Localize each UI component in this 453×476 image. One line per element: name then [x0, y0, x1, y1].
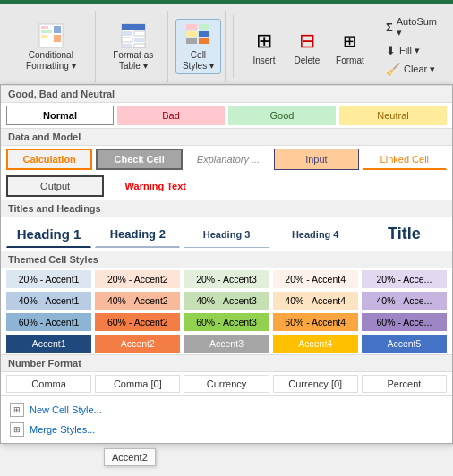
new-cell-style-link[interactable]: ⊞ New Cell Style...	[8, 400, 445, 420]
new-cell-style-icon: ⊞	[10, 403, 24, 417]
conditional-formatting-group: Conditional Formatting ▾	[7, 11, 96, 82]
svg-rect-16	[186, 31, 197, 37]
cell-styles-icon	[184, 21, 212, 50]
themed-header: Themed Cell Styles	[1, 251, 452, 268]
accent2-tooltip: Accent2	[104, 448, 156, 466]
accent1-40-style[interactable]: 40% - Accent1	[6, 292, 91, 310]
accent2-style[interactable]: Accent2	[95, 335, 180, 353]
number-format-row: Comma Comma [0] Currency Currency [0] Pe…	[1, 372, 452, 395]
accent2-20-style[interactable]: 20% - Accent2	[95, 270, 180, 288]
accent3-40-style[interactable]: 40% - Accent3	[184, 292, 269, 310]
cell-styles-label: Cell Styles ▾	[182, 50, 215, 72]
delete-label: Delete	[294, 55, 320, 66]
merge-styles-link[interactable]: ⊞ Merge Styles...	[8, 420, 445, 439]
format-button[interactable]: ⊞ Format	[330, 25, 370, 68]
accent5-40-style[interactable]: 40% - Acce...	[362, 292, 447, 310]
clear-label: Clear ▾	[404, 64, 435, 75]
accent2-60-style[interactable]: 60% - Accent2	[95, 313, 180, 331]
cell-styles-dropdown: Good, Bad and Neutral Normal Bad Good Ne…	[0, 84, 453, 444]
fill-icon: ⬇	[386, 44, 396, 57]
insert-delete-format-group: ⊞ Insert ⊟ Delete ⊞ Format	[241, 11, 373, 82]
svg-rect-15	[199, 24, 209, 30]
svg-rect-7	[122, 24, 145, 30]
accent3-style[interactable]: Accent3	[184, 335, 269, 353]
accent1-60-style[interactable]: 60% - Accent1	[6, 313, 91, 331]
right-group: Σ AutoSum ▾ ⬇ Fill ▾ 🧹 Clear ▾	[377, 14, 446, 78]
accent4-20-style[interactable]: 20% - Accent4	[273, 270, 358, 288]
empty-space	[207, 175, 447, 197]
svg-rect-2	[41, 30, 52, 33]
clear-button[interactable]: 🧹 Clear ▾	[380, 61, 442, 78]
calculation-style[interactable]: Calculation	[6, 149, 92, 170]
comma0-style[interactable]: Comma [0]	[95, 375, 180, 393]
svg-rect-3	[41, 35, 47, 38]
format-icon: ⊞	[336, 27, 364, 55]
format-as-table-button[interactable]: Format as Table ▾	[103, 20, 164, 73]
insert-label: Insert	[252, 55, 275, 66]
format-as-table-label: Format as Table ▾	[108, 50, 158, 72]
conditional-formatting-button[interactable]: Conditional Formatting ▾	[11, 20, 91, 73]
svg-rect-1	[41, 26, 48, 29]
insert-button[interactable]: ⊞ Insert	[244, 25, 284, 68]
accent5-60-style[interactable]: 60% - Acce...	[362, 313, 447, 331]
heading3-style[interactable]: Heading 3	[184, 220, 269, 248]
accent5-style[interactable]: Accent5	[362, 335, 447, 353]
accent3-20-style[interactable]: 20% - Accent3	[184, 270, 269, 288]
neutral-style[interactable]: Neutral	[339, 106, 447, 125]
cell-styles-button[interactable]: Cell Styles ▾	[175, 19, 221, 74]
accent4-60-style[interactable]: 60% - Accent4	[273, 313, 358, 331]
fill-button[interactable]: ⬇ Fill ▾	[380, 42, 442, 59]
accent1-20-style[interactable]: 20% - Accent1	[6, 270, 91, 288]
accent5-20-style[interactable]: 20% - Acce...	[362, 270, 447, 288]
accent4-40-style[interactable]: 40% - Accent4	[273, 292, 358, 310]
data-model-header: Data and Model	[1, 128, 452, 146]
heading1-style[interactable]: Heading 1	[6, 220, 91, 248]
autosum-icon: Σ	[386, 21, 393, 34]
check-cell-style[interactable]: Check Cell	[96, 149, 182, 170]
svg-rect-4	[54, 26, 61, 33]
currency0-style[interactable]: Currency [0]	[273, 375, 358, 393]
merge-styles-label: Merge Styles...	[30, 424, 95, 435]
input-style[interactable]: Input	[274, 149, 358, 170]
conditional-formatting-icon	[37, 21, 65, 50]
titles-headings-row: Heading 1 Heading 2 Heading 3 Heading 4 …	[1, 217, 452, 251]
accent2-40-style[interactable]: 40% - Accent2	[95, 292, 180, 310]
clear-icon: 🧹	[386, 63, 400, 76]
fill-label: Fill ▾	[399, 45, 420, 56]
normal-style[interactable]: Normal	[6, 106, 114, 125]
good-style[interactable]: Good	[228, 106, 336, 125]
insert-icon: ⊞	[250, 27, 278, 55]
svg-rect-14	[186, 24, 197, 30]
delete-icon: ⊟	[293, 27, 321, 55]
heading2-style[interactable]: Heading 2	[95, 220, 180, 248]
percent-style[interactable]: Percent	[362, 375, 447, 393]
svg-rect-18	[186, 38, 197, 44]
toolbar: Conditional Formatting ▾ Format as Table…	[0, 4, 453, 89]
cell-styles-group: Cell Styles ▾	[172, 11, 226, 82]
new-cell-style-label: New Cell Style...	[30, 404, 102, 415]
comma-style[interactable]: Comma	[6, 375, 91, 393]
svg-rect-17	[199, 31, 209, 37]
data-model-row1: Calculation Check Cell Explanatory ... I…	[1, 146, 452, 173]
output-style[interactable]: Output	[6, 175, 104, 197]
bad-style[interactable]: Bad	[117, 106, 225, 125]
explanatory-style[interactable]: Explanatory ...	[186, 149, 270, 170]
currency-style[interactable]: Currency	[184, 375, 269, 393]
delete-button[interactable]: ⊟ Delete	[287, 25, 327, 68]
accent1-style[interactable]: Accent1	[6, 335, 91, 353]
heading4-style[interactable]: Heading 4	[273, 220, 358, 248]
title-style[interactable]: Title	[362, 220, 447, 248]
svg-rect-13	[134, 44, 145, 47]
svg-rect-12	[122, 44, 132, 47]
linked-cell-style[interactable]: Linked Cell	[363, 149, 447, 170]
warning-style[interactable]: Warning Text	[107, 175, 203, 197]
accent4-style[interactable]: Accent4	[273, 335, 358, 353]
format-as-table-group: Format as Table ▾	[99, 11, 168, 82]
svg-rect-5	[54, 35, 61, 42]
good-bad-neutral-row: Normal Bad Good Neutral	[1, 103, 452, 128]
autosum-button[interactable]: Σ AutoSum ▾	[380, 14, 442, 40]
number-format-header: Number Format	[1, 354, 452, 372]
accent3-60-style[interactable]: 60% - Accent3	[184, 313, 269, 331]
svg-rect-8	[122, 31, 132, 36]
autosum-label: AutoSum ▾	[397, 16, 437, 38]
